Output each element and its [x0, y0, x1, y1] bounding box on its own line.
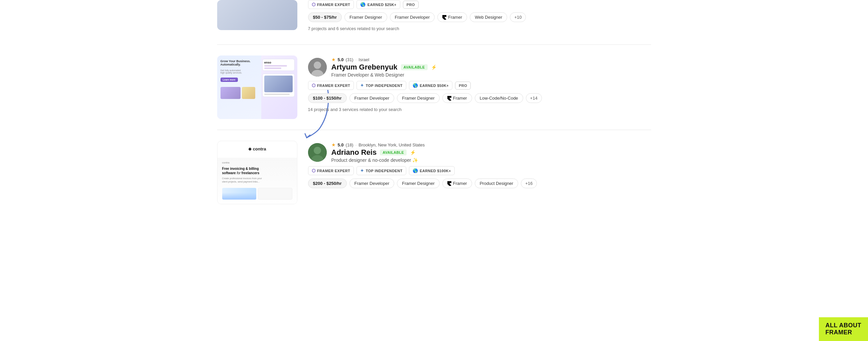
badge-framer-expert-label-artyum: FRAMER EXPERT	[317, 84, 350, 88]
bolt-icon-artyum: ⚡	[431, 64, 437, 70]
earned-icon-artyum: 🌎	[413, 83, 418, 88]
mock-heading: Free invoicing & billingsoftware for fre…	[222, 167, 292, 175]
tag-framer-developer-adriano: Framer Developer	[349, 178, 395, 188]
rate-tag-partial: $50 - $75/hr	[308, 12, 342, 22]
top-independent-icon-artyum: ✦	[360, 83, 364, 88]
rating-value-artyum: 5.0	[338, 57, 344, 62]
badge-pro: PRO	[403, 1, 418, 9]
avatar-adriano	[308, 143, 327, 162]
freelancer-name-artyum: Artyum Grebenyuk	[332, 63, 398, 72]
card-content-adriano: ★ 5.0 (18) · Brooklyn, New York, United …	[308, 141, 651, 204]
mock-subtext: Create professional invoices from yourcl…	[222, 177, 292, 183]
name-row-artyum: Artyum Grebenyuk AVAILABLE ⚡	[332, 63, 437, 72]
profile-info-adriano: ★ 5.0 (18) · Brooklyn, New York, United …	[332, 142, 425, 163]
rating-row-artyum: ★ 5.0 (31) · Israel	[332, 57, 437, 62]
framer-expert-icon-adriano: ⬡	[312, 168, 315, 173]
name-row-adriano: Adriano Reis AVAILABLE ⚡	[332, 148, 425, 157]
more-tag-artyum: +14	[526, 93, 542, 103]
tag-framer-artyum: Framer	[442, 93, 472, 103]
available-badge-adriano: AVAILABLE	[380, 149, 407, 155]
thumb2-right: enso	[259, 56, 297, 119]
location-adriano: Brooklyn, New York, United States	[359, 142, 425, 147]
tag-row-adriano: $200 - $250/hr Framer Developer Framer D…	[308, 178, 651, 188]
thumb2-left: Grow Your Business.Automatically. Get fu…	[217, 56, 261, 119]
avatar-artyum	[308, 58, 327, 77]
projects-line-partial: 7 projects and 6 services related to you…	[308, 26, 651, 31]
card-top-partial: ⬡ FRAMER EXPERT 🌎 EARNED $25K+ PRO $50 -…	[217, 0, 651, 45]
projects-line-artyum: 14 projects and 3 services related to yo…	[308, 107, 651, 112]
earned-icon-adriano: 🌎	[413, 168, 418, 173]
badge-pro-artyum: PRO	[455, 82, 471, 90]
tag-framer: Framer	[437, 12, 467, 22]
badge-framer-expert-artyum: ⬡ FRAMER EXPERT	[308, 81, 354, 90]
badge-row-artyum: ⬡ FRAMER EXPERT ✦ TOP INDEPENDENT 🌎 EARN…	[308, 81, 651, 90]
card-content-partial: ⬡ FRAMER EXPERT 🌎 EARNED $25K+ PRO $50 -…	[308, 0, 651, 34]
badge-earned-label: EARNED $25K+	[368, 3, 397, 7]
tag-lowcode-artyum: Low-Code/No-Code	[475, 93, 523, 103]
badge-row-partial: ⬡ FRAMER EXPERT 🌎 EARNED $25K+ PRO	[308, 0, 651, 9]
badge-pro-label: PRO	[407, 3, 415, 7]
thumbnail-partial	[217, 0, 297, 30]
review-count-artyum: (31)	[346, 57, 353, 62]
rating-row-adriano: ★ 5.0 (18) · Brooklyn, New York, United …	[332, 142, 425, 147]
rate-tag-adriano: $200 - $250/hr	[308, 178, 347, 188]
profile-header-adriano: ★ 5.0 (18) · Brooklyn, New York, United …	[308, 142, 651, 163]
tag-framer-designer: Framer Designer	[344, 12, 387, 22]
badge-top-independent-artyum: ✦ TOP INDEPENDENT	[356, 81, 406, 90]
top-independent-icon-adriano: ✦	[360, 168, 364, 173]
tagline-adriano: Product designer & no-code developer ✨	[332, 158, 425, 163]
earned-icon: 🌎	[360, 2, 366, 7]
tag-framer-developer: Framer Developer	[390, 12, 435, 22]
framer-expert-icon: ⬡	[312, 2, 315, 7]
badge-earned-adriano: 🌎 EARNED $100K+	[409, 166, 455, 175]
tag-row-partial: $50 - $75/hr Framer Designer Framer Deve…	[308, 12, 651, 22]
badge-framer-expert-label-adriano: FRAMER EXPERT	[317, 169, 350, 173]
badge-framer-expert: ⬡ FRAMER EXPERT	[308, 0, 354, 9]
badge-top-independent-label-adriano: TOP INDEPENDENT	[366, 169, 403, 173]
tag-web-designer: Web Designer	[470, 12, 507, 22]
star-icon-adriano: ★	[332, 142, 336, 147]
badge-pro-label-artyum: PRO	[459, 84, 467, 88]
contra-logo: contra	[248, 146, 266, 151]
available-badge-artyum: AVAILABLE	[401, 64, 428, 70]
rating-value-adriano: 5.0	[338, 142, 344, 147]
freelancer-name-adriano: Adriano Reis	[332, 148, 377, 157]
thumbnail-artyum: Grow Your Business.Automatically. Get fu…	[217, 56, 297, 119]
page-wrapper: ⬡ FRAMER EXPERT 🌎 EARNED $25K+ PRO $50 -…	[217, 0, 651, 215]
tag-framer-adriano: Framer	[442, 178, 472, 188]
badge-earned: 🌎 EARNED $25K+	[356, 0, 400, 9]
tag-framer-designer-adriano: Framer Designer	[397, 178, 440, 188]
badge-framer-expert-adriano: ⬡ FRAMER EXPERT	[308, 166, 354, 175]
svg-point-1	[314, 61, 321, 69]
framer-expert-icon-artyum: ⬡	[312, 83, 315, 88]
badge-framer-expert-label: FRAMER EXPERT	[317, 3, 350, 7]
thumbnail-adriano: contra contra Free invoicing & billingso…	[217, 141, 297, 204]
tag-row-artyum: $100 - $150/hr Framer Developer Framer D…	[308, 93, 651, 103]
bolt-icon-adriano: ⚡	[410, 150, 415, 155]
badge-top-independent-label-artyum: TOP INDEPENDENT	[366, 84, 403, 88]
review-count-adriano: (18)	[346, 142, 353, 147]
location-artyum: Israel	[359, 57, 369, 62]
star-icon-artyum: ★	[332, 57, 336, 62]
card-content-artyum: ★ 5.0 (31) · Israel Artyum Grebenyuk AVA…	[308, 56, 651, 119]
badge-earned-artyum: 🌎 EARNED $50K+	[409, 81, 453, 90]
more-tag-adriano: +16	[521, 178, 537, 188]
card-adriano: contra contra Free invoicing & billingso…	[217, 130, 651, 215]
card-artyum: Grow Your Business.Automatically. Get fu…	[217, 45, 651, 130]
mock-page-content: contra Free invoicing & billingsoftware …	[217, 158, 297, 204]
badge-row-adriano: ⬡ FRAMER EXPERT ✦ TOP INDEPENDENT 🌎 EARN…	[308, 166, 651, 175]
badge-top-independent-adriano: ✦ TOP INDEPENDENT	[356, 166, 406, 175]
rate-tag-artyum: $100 - $150/hr	[308, 93, 347, 103]
tag-framer-developer-artyum: Framer Developer	[349, 93, 395, 103]
more-tag-partial: +10	[510, 12, 526, 22]
badge-earned-label-artyum: EARNED $50K+	[420, 84, 449, 88]
svg-marker-3	[248, 147, 252, 151]
tag-product-designer-adriano: Product Designer	[475, 178, 518, 188]
tagline-artyum: Framer Developer & Web Designer	[332, 72, 437, 78]
profile-header-artyum: ★ 5.0 (31) · Israel Artyum Grebenyuk AVA…	[308, 57, 651, 78]
svg-point-5	[314, 147, 321, 154]
badge-earned-label-adriano: EARNED $100K+	[420, 169, 451, 173]
profile-info-artyum: ★ 5.0 (31) · Israel Artyum Grebenyuk AVA…	[332, 57, 437, 78]
tag-framer-designer-artyum: Framer Designer	[397, 93, 440, 103]
